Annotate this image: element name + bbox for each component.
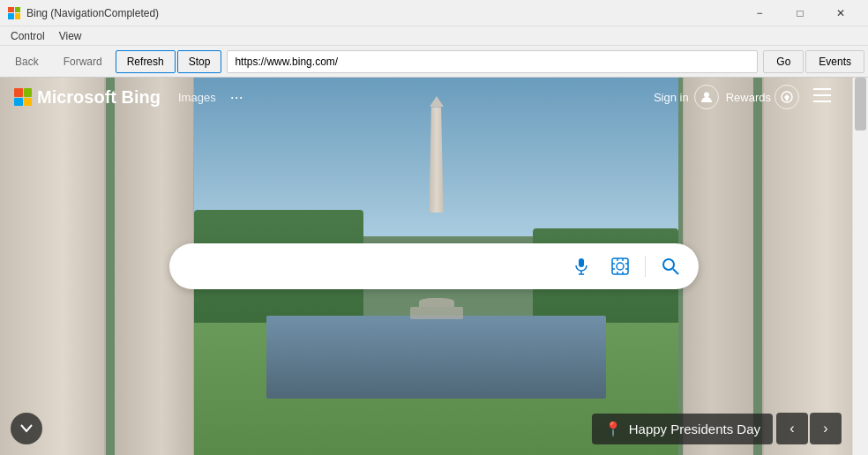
menu-control[interactable]: Control [4,28,52,44]
rewards-button[interactable]: Rewards [726,85,799,109]
bing-nav-more[interactable]: ··· [225,88,249,107]
microphone-button[interactable] [567,252,595,280]
stop-button[interactable]: Stop [177,50,222,73]
caption-area: 📍 Happy Presidents Day ‹ › [592,413,842,444]
user-icon [694,85,719,109]
search-bar [169,243,699,289]
svg-rect-8 [612,258,628,274]
title-bar: Bing (NavigationCompleted) − □ ✕ [0,0,868,26]
menu-bar: Control View [0,26,868,46]
caption-text: Happy Presidents Day [629,421,760,436]
bing-logo[interactable]: Microsoft Bing [14,87,162,108]
events-button[interactable]: Events [805,50,864,73]
svg-line-19 [673,269,678,274]
rewards-label: Rewards [726,91,771,104]
caption-navigation: ‹ › [776,413,842,444]
bottom-bar: 📍 Happy Presidents Day ‹ › [0,413,852,444]
bing-logo-text: Microsoft Bing [37,87,161,108]
microsoft-logo-grid [14,88,32,106]
sign-in-label: Sign in [654,91,689,104]
logo-green [24,88,33,97]
search-input[interactable] [183,258,567,274]
browser-content: Microsoft Bing Images ··· Sign in Reward… [0,78,868,455]
svg-rect-4 [813,101,831,102]
logo-yellow [24,98,33,107]
search-icons [567,252,685,280]
logo-blue [14,98,23,107]
reflecting-pool [266,316,605,399]
visual-search-button[interactable] [606,252,634,280]
hamburger-button[interactable] [806,85,838,110]
back-button[interactable]: Back [4,50,50,73]
scrollbar-thumb[interactable] [855,78,866,131]
toolbar: Back Forward Refresh Stop Go Events [0,46,868,78]
bing-header: Microsoft Bing Images ··· Sign in Reward… [0,78,852,116]
search-button[interactable] [656,252,685,280]
rewards-icon [774,85,799,109]
svg-rect-3 [813,94,831,96]
search-divider [645,256,646,277]
sign-in-button[interactable]: Sign in [654,85,719,109]
caption-next-button[interactable]: › [810,413,842,444]
close-button[interactable]: ✕ [820,0,861,26]
minimize-button[interactable]: − [739,0,780,26]
window-title: Bing (NavigationCompleted) [26,7,739,19]
scrollbar-track[interactable] [852,78,868,455]
menu-view[interactable]: View [52,28,89,44]
logo-red [14,88,23,97]
address-bar[interactable] [227,50,758,73]
address-bar-wrapper [227,50,758,73]
svg-point-9 [617,263,624,270]
bing-nav: Images ··· [169,88,249,107]
bing-header-right: Sign in Rewards [654,85,838,110]
svg-point-18 [663,259,674,270]
caption-prev-button[interactable]: ‹ [776,413,808,444]
column-left-1 [0,78,106,455]
refresh-button[interactable]: Refresh [116,50,176,73]
news-caption: 📍 Happy Presidents Day [592,414,773,444]
location-icon: 📍 [604,421,622,437]
bing-nav-images[interactable]: Images [169,91,225,104]
window-controls: − □ ✕ [739,0,861,26]
app-icon [7,6,21,20]
forward-button[interactable]: Forward [52,50,114,73]
svg-point-0 [704,93,709,98]
scroll-down-button[interactable] [11,413,42,444]
svg-rect-2 [813,88,831,90]
maximize-button[interactable]: □ [780,0,820,26]
search-container [169,243,699,289]
go-button[interactable]: Go [763,50,804,73]
svg-rect-5 [579,258,584,267]
